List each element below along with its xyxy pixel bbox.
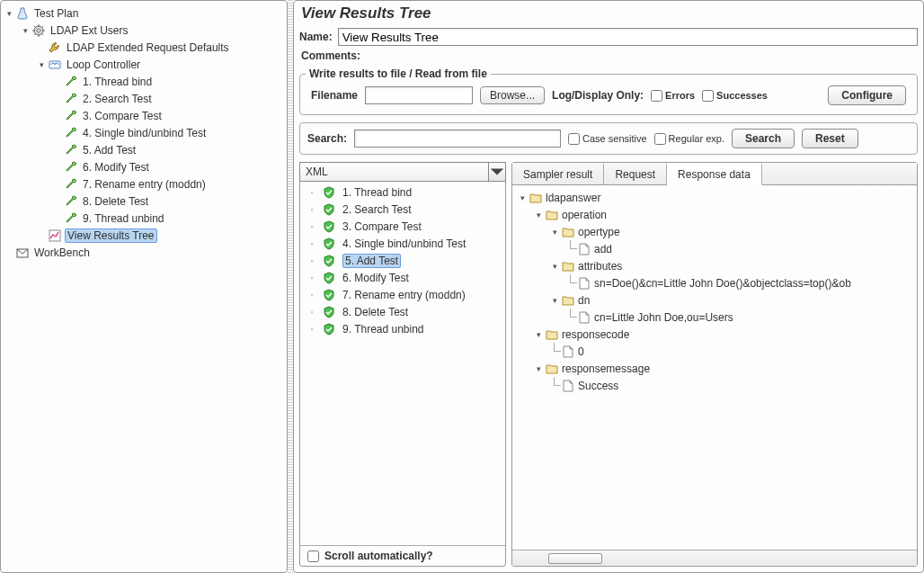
browse-button[interactable]: Browse... <box>480 86 545 104</box>
tree-item[interactable]: 9. Thread unbind <box>1 210 287 227</box>
response-tree[interactable]: ▾ldapanswer▾operation▾opertypeadd▾attrib… <box>512 185 917 550</box>
toggle-icon[interactable]: ▾ <box>550 262 559 271</box>
response-node[interactable]: ▾responsemessage <box>514 360 915 377</box>
response-node[interactable]: Success <box>514 377 915 394</box>
toggle-icon[interactable]: ▾ <box>550 228 559 237</box>
reset-button[interactable]: Reset <box>802 129 858 148</box>
response-label: operation <box>562 209 607 221</box>
pipette-icon <box>64 126 78 140</box>
toggle-icon[interactable]: ▾ <box>534 364 543 373</box>
response-node[interactable]: ▾attributes <box>514 257 915 274</box>
toggle-icon[interactable]: ◦ <box>307 188 316 197</box>
comments-label: Comments: <box>294 48 923 64</box>
tree-item[interactable]: 6. Modify Test <box>1 158 287 175</box>
tree-item[interactable]: ▾LDAP Ext Users <box>1 22 287 39</box>
horizontal-scrollbar[interactable] <box>512 550 917 566</box>
toggle-icon[interactable]: ◦ <box>307 308 316 317</box>
chevron-down-icon[interactable] <box>489 163 505 181</box>
file-icon <box>577 242 591 256</box>
file-icon <box>577 276 591 291</box>
response-node[interactable]: ▾opertype <box>514 223 915 240</box>
result-label: 3. Compare Test <box>342 220 422 233</box>
response-node[interactable]: add <box>514 240 915 257</box>
configure-button[interactable]: Configure <box>828 85 906 105</box>
toggle-icon[interactable]: ◦ <box>307 239 316 248</box>
tree-item[interactable]: LDAP Extended Request Defaults <box>1 39 287 56</box>
toggle-icon[interactable]: ◦ <box>307 273 316 282</box>
tree-item[interactable]: 4. Single bind/unbind Test <box>1 124 287 141</box>
shield-icon <box>322 288 336 302</box>
toggle-icon[interactable]: ▾ <box>534 210 543 219</box>
tree-item[interactable]: View Results Tree <box>1 227 287 244</box>
regex-checkbox[interactable] <box>654 133 666 145</box>
toggle-icon[interactable]: ◦ <box>307 205 316 214</box>
result-item[interactable]: ◦4. Single bind/unbind Test <box>300 235 505 252</box>
result-item[interactable]: ◦2. Search Test <box>300 201 505 218</box>
tree-label: 3. Compare Test <box>81 109 164 123</box>
toggle-icon[interactable]: ◦ <box>307 222 316 231</box>
response-node[interactable]: ▾responsecode <box>514 326 915 343</box>
test-plan-tree[interactable]: ▾Test Plan▾LDAP Ext UsersLDAP Extended R… <box>0 0 288 573</box>
filename-input[interactable] <box>365 86 473 104</box>
results-list[interactable]: ◦1. Thread bind◦2. Search Test◦3. Compar… <box>300 182 505 545</box>
search-button[interactable]: Search <box>732 129 795 148</box>
tree-item[interactable]: 5. Add Test <box>1 141 287 158</box>
shield-icon <box>322 237 336 251</box>
regex-label: Regular exp. <box>669 133 724 144</box>
tree-item[interactable]: ▾Loop Controller <box>1 56 287 73</box>
connector-icon <box>550 377 561 394</box>
response-node[interactable]: sn=Doe()&cn=Little John Doe()&objectclas… <box>514 274 915 291</box>
pipette-icon <box>64 143 78 157</box>
successes-checkbox[interactable] <box>702 90 714 102</box>
pipette-icon <box>64 75 78 89</box>
tree-item[interactable]: 7. Rename entry (moddn) <box>1 175 287 192</box>
errors-checkbox[interactable] <box>651 90 662 102</box>
filename-label: Filename <box>311 89 358 102</box>
result-item[interactable]: ◦7. Rename entry (moddn) <box>300 286 505 303</box>
tree-item[interactable]: WorkBench <box>1 244 287 261</box>
folder-icon <box>561 225 575 239</box>
tree-item[interactable]: 2. Search Test <box>1 90 287 107</box>
toggle-icon[interactable]: ▾ <box>21 26 30 35</box>
shield-icon <box>322 219 336 234</box>
scroll-auto-checkbox[interactable] <box>307 551 319 562</box>
toggle-icon[interactable]: ▾ <box>4 9 13 18</box>
search-input[interactable] <box>354 130 561 148</box>
scroll-auto-row: Scroll automatically? <box>300 545 505 566</box>
name-input[interactable] <box>338 28 918 46</box>
tab-sampler-result[interactable]: Sampler result <box>512 163 604 184</box>
results-left-panel: XML ◦1. Thread bind◦2. Search Test◦3. Co… <box>299 162 506 567</box>
tree-item[interactable]: 3. Compare Test <box>1 107 287 124</box>
result-item[interactable]: ◦8. Delete Test <box>300 303 505 320</box>
result-item[interactable]: ◦9. Thread unbind <box>300 320 505 337</box>
toggle-icon[interactable]: ◦ <box>307 256 316 265</box>
result-item[interactable]: ◦1. Thread bind <box>300 184 505 201</box>
toggle-icon[interactable]: ▾ <box>534 330 543 339</box>
toggle-icon[interactable]: ▾ <box>518 193 527 202</box>
toggle-icon[interactable]: ▾ <box>550 296 559 305</box>
renderer-combo[interactable]: XML <box>299 162 506 182</box>
tabs: Sampler result Request Response data <box>512 163 917 185</box>
response-node[interactable]: ▾operation <box>514 206 915 223</box>
tab-response-data[interactable]: Response data <box>667 163 762 185</box>
toggle-icon[interactable]: ▾ <box>37 60 46 69</box>
result-item[interactable]: ◦3. Compare Test <box>300 218 505 235</box>
tree-item[interactable]: ▾Test Plan <box>1 4 287 22</box>
toggle-icon[interactable]: ◦ <box>307 291 316 300</box>
toggle-icon[interactable]: ◦ <box>307 325 316 334</box>
tree-label: 4. Single bind/unbind Test <box>81 126 208 140</box>
case-sensitive-checkbox[interactable] <box>568 133 580 145</box>
logdisplay-label: Log/Display Only: <box>552 89 644 102</box>
tree-item[interactable]: 1. Thread bind <box>1 73 287 90</box>
tree-item[interactable]: 8. Delete Test <box>1 192 287 210</box>
scrollbar-thumb[interactable] <box>548 553 602 564</box>
response-node[interactable]: cn=Little John Doe,ou=Users <box>514 309 915 326</box>
response-node[interactable]: ▾ldapanswer <box>514 189 915 206</box>
result-item[interactable]: ◦5. Add Test <box>300 252 505 269</box>
connector-icon <box>566 309 577 326</box>
response-node[interactable]: ▾dn <box>514 291 915 309</box>
result-item[interactable]: ◦6. Modify Test <box>300 269 505 286</box>
tab-request[interactable]: Request <box>604 163 667 184</box>
tree-label: Loop Controller <box>65 58 142 72</box>
response-node[interactable]: 0 <box>514 343 915 360</box>
